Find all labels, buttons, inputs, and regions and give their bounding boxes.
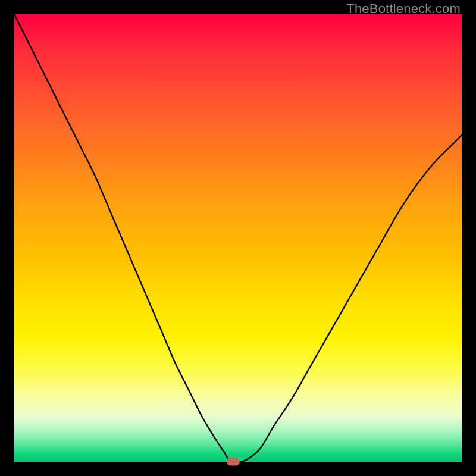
watermark-text: TheBottleneck.com [346, 1, 461, 17]
optimal-marker [227, 458, 240, 466]
bottleneck-curve [14, 14, 462, 462]
plot-area [14, 14, 462, 462]
chart-frame: TheBottleneck.com [0, 0, 476, 476]
